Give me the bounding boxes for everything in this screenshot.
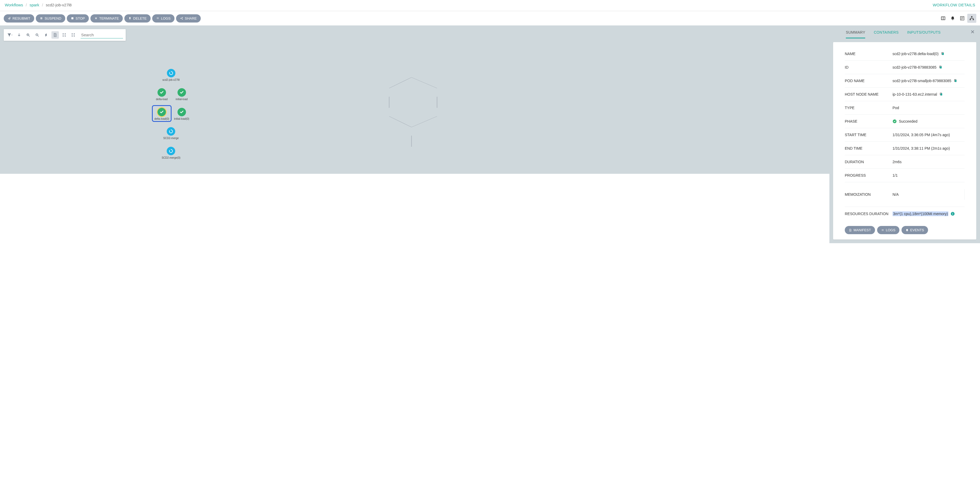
canvas-toolbar [4, 29, 126, 41]
expand-icon[interactable] [70, 31, 77, 39]
copy-icon[interactable] [939, 92, 943, 96]
copy-icon[interactable] [941, 52, 945, 55]
copy-icon[interactable] [939, 65, 942, 69]
breadcrumb-namespace[interactable]: spark [29, 3, 39, 7]
form-icon[interactable] [958, 14, 967, 23]
breadcrumb-current: scd2-job-v27l8 [46, 3, 72, 7]
success-icon [892, 119, 897, 124]
row-duration: DURATION 2m6s [845, 155, 965, 169]
breadcrumb: Workflows / spark / scd2-job-v27l8 [5, 3, 72, 7]
resubmit-button[interactable]: RESUBMIT [4, 14, 34, 22]
row-memoization: MEMOIZATION N/A [845, 182, 965, 207]
row-type: TYPE Pod [845, 101, 965, 115]
tabs: SUMMARY CONTAINERS INPUTS/OUTPUTS [833, 25, 976, 38]
row-phase: PHASE Succeeded [845, 115, 965, 128]
breadcrumb-root[interactable]: Workflows [5, 3, 23, 7]
row-start: START TIME 1/31/2024, 3:36:05 PM (4m7s a… [845, 128, 965, 142]
logs-button[interactable]: LOGS [152, 14, 175, 22]
graph-node-il[interactable]: initial-load [175, 88, 188, 101]
row-name: NAME scd2-job-v27l8.delta-load(0) [845, 50, 965, 61]
stop-button[interactable]: STOP [67, 14, 89, 22]
row-end: END TIME 1/31/2024, 3:38:11 PM (2m1s ago… [845, 142, 965, 155]
tab-summary[interactable]: SUMMARY [846, 30, 865, 38]
graph-node-root[interactable]: scd2-job-v27l8 [162, 69, 180, 82]
actionbar: RESUBMIT SUSPEND STOP TERMINATE DELETE L… [0, 11, 980, 25]
tree-icon[interactable] [967, 14, 976, 23]
row-host: HOST NODE NAME ip-10-0-131-63.ec2.intern… [845, 88, 965, 101]
events-button[interactable]: EVENTS [902, 226, 928, 234]
actions-left: RESUBMIT SUSPEND STOP TERMINATE DELETE L… [4, 14, 201, 22]
search-input[interactable] [81, 32, 123, 38]
card-logs-button[interactable]: LOGS [877, 226, 899, 234]
manifest-button[interactable]: MANIFEST [845, 226, 875, 234]
zoom-in-icon[interactable] [24, 31, 32, 39]
card-buttons: MANIFEST LOGS EVENTS [845, 221, 965, 234]
graph-node-scd2[interactable]: SCD2-merge [163, 127, 179, 140]
tab-containers[interactable]: CONTAINERS [874, 30, 899, 38]
down-arrow-icon[interactable] [15, 31, 23, 39]
actions-right [939, 14, 976, 23]
suspend-button[interactable]: SUSPEND [36, 14, 65, 22]
terminate-button[interactable]: TERMINATE [91, 14, 123, 22]
row-id: ID scd2-job-v27l8-879883085 [845, 61, 965, 74]
selection-ring [152, 105, 172, 122]
doc-icon[interactable] [51, 31, 59, 39]
graph-nodes: scd2-job-v27l8delta-loadinitial-loaddelt… [0, 25, 829, 174]
close-icon[interactable] [970, 30, 975, 35]
page-title: WORKFLOW DETAILS [933, 3, 975, 7]
main: scd2-job-v27l8delta-loadinitial-loaddelt… [0, 25, 980, 243]
row-resources: RESOURCES DURATION 3m*(1 cpu),18m*(100Mi… [845, 207, 965, 221]
copy-icon[interactable] [953, 79, 957, 82]
bell-icon[interactable] [948, 14, 957, 23]
columns-icon[interactable] [939, 14, 948, 23]
graph-node-scd20[interactable]: SCD2-merge(0) [162, 147, 181, 160]
workflow-canvas[interactable]: scd2-job-v27l8delta-loadinitial-loaddelt… [0, 25, 829, 174]
topbar: Workflows / spark / scd2-job-v27l8 WORKF… [0, 0, 980, 11]
graph-node-dl[interactable]: delta-load [156, 88, 167, 101]
row-pod: POD NAME scd2-job-v27l8-smalljob-8798830… [845, 74, 965, 88]
info-icon[interactable]: i [951, 212, 955, 215]
details-panel: SUMMARY CONTAINERS INPUTS/OUTPUTS NAME s… [829, 25, 980, 243]
delete-button[interactable]: DELETE [124, 14, 151, 22]
row-progress: PROGRESS 1/1 [845, 169, 965, 182]
graph-node-il0[interactable]: initial-load(0) [174, 108, 189, 120]
zoom-out-icon[interactable] [33, 31, 41, 39]
summary-card: NAME scd2-job-v27l8.delta-load(0) ID scd… [833, 42, 976, 239]
bolt-icon[interactable] [43, 31, 50, 39]
graph: scd2-job-v27l8delta-loadinitial-loaddelt… [0, 25, 829, 174]
filter-icon[interactable] [6, 31, 14, 39]
tab-io[interactable]: INPUTS/OUTPUTS [907, 30, 940, 38]
share-button[interactable]: SHARE [176, 14, 201, 22]
collapse-icon[interactable] [60, 31, 68, 39]
